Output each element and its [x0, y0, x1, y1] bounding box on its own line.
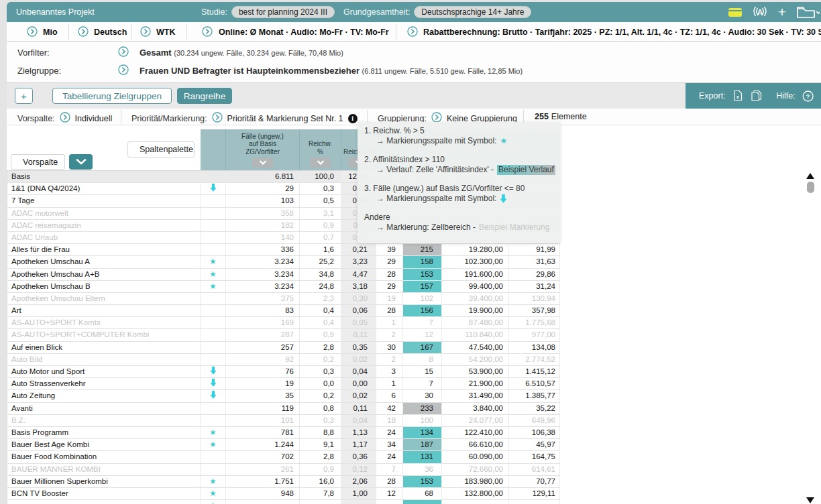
- table-row[interactable]: Basis Programm★7818,81,1324134122.410,00…: [7, 427, 560, 439]
- card-icon[interactable]: [728, 8, 742, 17]
- row-label[interactable]: Bauer Best Age Kombi: [7, 439, 201, 450]
- chevron-circle-icon[interactable]: [140, 26, 151, 39]
- zielgruppe-value[interactable]: Frauen UND Befragter ist Haupteinkommens…: [140, 66, 523, 76]
- row-label[interactable]: Auf einen Blick: [7, 342, 201, 353]
- chevron-circle-icon[interactable]: [407, 26, 418, 39]
- table-row[interactable]: Bauer Best Age Kombi★1.2449,11,173418766…: [7, 439, 560, 451]
- chevron-down-icon: [259, 160, 267, 165]
- row-label[interactable]: ADAC reisemagazin: [7, 220, 201, 231]
- chevron-circle-icon[interactable]: [118, 46, 129, 59]
- antenna-icon[interactable]: A: [753, 7, 767, 17]
- filter-panel: Vorfilter: Gesamt (30.234 ungew. Fälle, …: [7, 42, 821, 83]
- mark-cell: ★: [201, 427, 226, 438]
- row-label[interactable]: 7 Tage: [7, 195, 201, 206]
- table-row[interactable]: BCN TV Booster★9487,81,001268132.800,001…: [7, 488, 560, 500]
- cell-faelle: 702: [226, 451, 300, 462]
- open-folder-icon[interactable]: [797, 6, 820, 19]
- cell-aff: 131: [403, 451, 442, 462]
- mark-cell: ★: [201, 269, 226, 280]
- table-row[interactable]: Auto Strassenverkehr190,00,001721.900,00…: [7, 378, 560, 390]
- add-tab-button[interactable]: +: [15, 88, 33, 104]
- row-label[interactable]: Apotheken Umschau A: [7, 256, 201, 267]
- row-label[interactable]: Art: [7, 305, 201, 316]
- row-label[interactable]: Apotheken Umschau B: [7, 281, 201, 292]
- row-label[interactable]: Bauer Food Kombination: [7, 451, 201, 462]
- table-row[interactable]: Alles für die Frau3361,60,213921519.280,…: [7, 244, 560, 256]
- vorspalte-option-value[interactable]: Individuell: [75, 114, 113, 123]
- export-excel-icon[interactable]: x: [732, 88, 743, 104]
- cell-tkp: 129,11: [509, 488, 560, 499]
- table-row[interactable]: ★: [7, 500, 560, 504]
- row-label[interactable]: Basis Programm: [7, 427, 201, 438]
- studie-select[interactable]: best for planning 2024 III: [231, 6, 335, 18]
- vertical-scrollbar[interactable]: [804, 170, 818, 504]
- table-row[interactable]: BAUER MÄNNER KOMBI2610,90,1273672.660,00…: [7, 464, 560, 476]
- grundgesamtheit-select[interactable]: Deutschsprachige 14+ Jahre: [414, 6, 531, 18]
- row-label[interactable]: Apotheken Umschau Eltern: [7, 293, 201, 304]
- chevron-circle-icon[interactable]: [118, 64, 129, 77]
- setting-rabatt[interactable]: Rabattberechnung: Brutto · Tarifjahr: 20…: [423, 27, 821, 37]
- info-icon[interactable]: i: [348, 114, 358, 123]
- table-row[interactable]: Apotheken Umschau B★3.23424,83,182915799…: [7, 281, 560, 293]
- table-row[interactable]: Apotheken Umschau Eltern3752,30,30191023…: [7, 293, 560, 305]
- row-label[interactable]: AS-AUTO+SPORT Kombi: [7, 317, 201, 328]
- table-row[interactable]: Auto Motor und Sport760,30,0431553.900,0…: [7, 366, 560, 378]
- export-copy-icon[interactable]: [750, 88, 763, 104]
- row-label[interactable]: BAUER MÄNNER KOMBI: [7, 464, 201, 475]
- setting-medien[interactable]: Online: Ø Monat · Audio: Mo-Fr · TV: Mo-…: [219, 27, 389, 37]
- table-row[interactable]: Apotheken Umschau A+B★3.23434,84,4728153…: [7, 269, 560, 281]
- chevron-circle-icon[interactable]: [212, 112, 223, 125]
- table-row[interactable]: Bauer Food Kombination7022,80,362413160.…: [7, 451, 560, 463]
- chevron-circle-icon[interactable]: [78, 26, 89, 39]
- table-row[interactable]: Auf einen Blick2572,80,353016747.540,001…: [7, 342, 560, 354]
- row-label[interactable]: Auto Motor und Sport: [7, 366, 201, 377]
- table-row[interactable]: AS-AUTO+SPORT Kombi1690,40,051787.480,00…: [7, 317, 560, 329]
- table-row[interactable]: Apotheken Umschau A★3.23425,23,232915810…: [7, 256, 560, 268]
- cell-rw: 0,7: [300, 232, 341, 243]
- setting-sprache[interactable]: Deutsch: [94, 27, 127, 37]
- scroll-up-arrow[interactable]: [806, 173, 814, 179]
- chevron-circle-icon[interactable]: [60, 112, 70, 125]
- table-row[interactable]: AS-AUTO+SPORT+COMPUTER Kombi2870,90,1121…: [7, 329, 560, 341]
- vorspalte-collapse-button[interactable]: [69, 154, 93, 170]
- setting-mio[interactable]: Mio: [43, 27, 58, 37]
- scrollbar-thumb[interactable]: [807, 182, 814, 193]
- vorspalte-edit-button[interactable]: Vorspalte: [11, 154, 65, 170]
- row-label[interactable]: Alles für die Frau: [7, 244, 201, 255]
- row-label[interactable]: 1&1 (DNA Q4/2024): [7, 183, 201, 194]
- vorspalte-option-label: Vorspalte:: [17, 114, 55, 123]
- row-label[interactable]: Bauer Millionen Superkombi: [7, 476, 201, 487]
- table-row[interactable]: Auto Zeitung350,20,0263031.490,001.385,7…: [7, 390, 560, 402]
- spaltenpalette-button[interactable]: Spaltenpalette: [127, 141, 195, 158]
- column-menu-button[interactable]: [252, 158, 273, 168]
- row-label[interactable]: Auto Zeitung: [7, 390, 201, 401]
- table-row[interactable]: Art830,40,062815619.900,00357,98: [7, 305, 560, 317]
- row-label[interactable]: Auto Strassenverkehr: [7, 378, 201, 389]
- star-icon: ★: [209, 489, 217, 498]
- help-icon[interactable]: ?: [802, 88, 814, 104]
- prio-value[interactable]: Priorität & Markierung Set Nr. 1: [227, 114, 343, 123]
- table-row[interactable]: Avanti1190,80,11422333.840,0035,22: [7, 403, 560, 415]
- row-label[interactable]: ADAC Urlaub: [7, 232, 201, 243]
- row-label[interactable]: Auto Bild: [7, 354, 201, 365]
- setting-wtk[interactable]: WTK: [156, 27, 175, 37]
- scroll-down-arrow[interactable]: [806, 497, 814, 503]
- column-menu-button[interactable]: [310, 158, 331, 168]
- table-row[interactable]: Bauer Millionen Superkombi★1.75116,02,06…: [7, 476, 560, 488]
- chevron-circle-icon[interactable]: [27, 26, 38, 39]
- row-label[interactable]: BCN TV Booster: [7, 488, 201, 499]
- tab-tabellierung-zielgruppen[interactable]: Tabellierung Zielgruppen: [52, 88, 172, 104]
- row-label[interactable]: Basis: [7, 171, 201, 182]
- table-row[interactable]: Auto Bild920,20,022854.200,002.774,52: [7, 354, 560, 366]
- chevron-circle-icon[interactable]: [202, 26, 213, 39]
- row-label[interactable]: AS-AUTO+SPORT+COMPUTER Kombi: [7, 329, 201, 340]
- row-label[interactable]: [7, 500, 201, 504]
- row-label[interactable]: ADAC motorwelt: [7, 208, 201, 219]
- tab-rangreihe[interactable]: Rangreihe: [177, 88, 232, 104]
- row-label[interactable]: Avanti: [7, 403, 201, 414]
- row-label[interactable]: Apotheken Umschau A+B: [7, 269, 201, 280]
- row-label[interactable]: B.Z.: [7, 415, 201, 426]
- new-project-icon[interactable]: +: [778, 5, 786, 19]
- table-row[interactable]: B.Z.1010,30,041810024.077,00649,96: [7, 415, 560, 427]
- vorfilter-value[interactable]: Gesamt (30.234 ungew. Fälle, 30.234 gew.…: [140, 48, 343, 58]
